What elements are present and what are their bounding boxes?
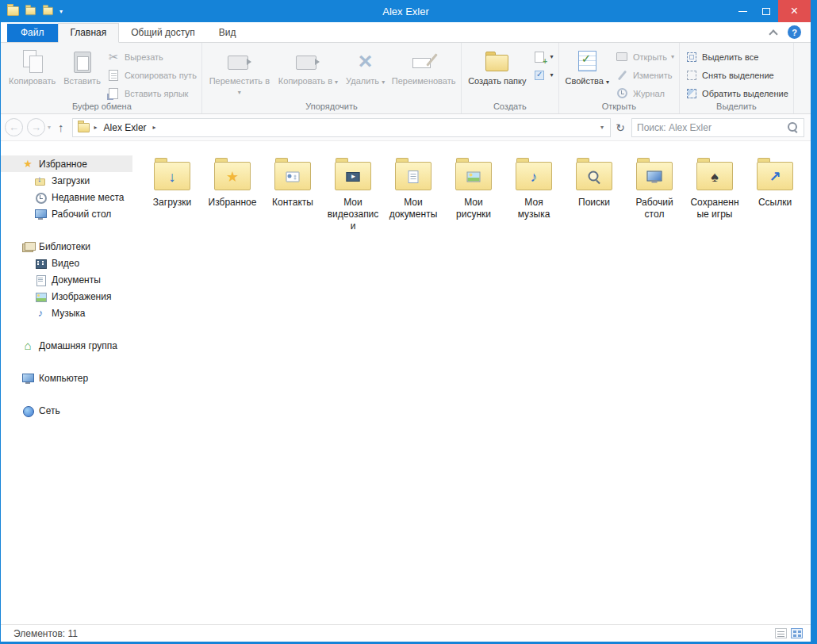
clear-selection-button[interactable]: Снять выделение xyxy=(682,68,777,82)
tab-share[interactable]: Общий доступ xyxy=(119,24,207,42)
list-view-icon xyxy=(775,628,787,638)
folder-item-label: Мои документы xyxy=(387,197,439,220)
folder-item-my-documents[interactable]: Мои документы xyxy=(383,152,443,225)
folder-icon: ↗ xyxy=(757,162,793,190)
breadcrumb-arrow-icon[interactable]: ▸ xyxy=(148,124,161,131)
copy-path-button[interactable]: Скопировать путь xyxy=(105,68,199,82)
folder-item-saved-games[interactable]: ♠ Сохраненные игры xyxy=(685,152,745,225)
back-button[interactable]: ← xyxy=(5,118,23,136)
invert-selection-button[interactable]: Обратить выделение xyxy=(682,86,791,100)
link-arrow-icon: ↗ xyxy=(769,170,781,184)
breadcrumb-segment[interactable]: Alex Exler xyxy=(102,122,148,133)
folder-item-searches[interactable]: Поиски xyxy=(564,152,624,213)
sidebar-item-libraries[interactable]: Библиотеки xyxy=(1,238,132,255)
easy-access-button[interactable]: ✓ ▾ xyxy=(530,68,555,82)
folder-item-desktop[interactable]: Рабочий стол xyxy=(624,152,685,225)
search-box xyxy=(631,118,804,137)
copy-to-button[interactable]: Копировать в ▾ xyxy=(274,44,342,100)
document-icon xyxy=(34,274,47,286)
libraries-icon xyxy=(21,240,34,253)
minimize-button[interactable] xyxy=(731,0,754,22)
help-icon[interactable]: ? xyxy=(788,25,801,39)
address-dropdown-icon[interactable]: ▾ xyxy=(594,124,610,131)
ribbon-group-clipboard: Копировать Вставить ✂ Вырезать Скопирова… xyxy=(2,43,202,113)
select-all-button[interactable]: Выделить все xyxy=(682,50,761,63)
open-button[interactable]: Открыть ▾ xyxy=(613,50,677,63)
tab-file[interactable]: Файл xyxy=(7,24,58,42)
invert-selection-icon xyxy=(687,89,696,98)
folder-item-my-pictures[interactable]: Мои рисунки xyxy=(443,152,504,225)
folder-item-my-videos[interactable]: ► Мои видеозаписи xyxy=(323,152,383,237)
maximize-button[interactable] xyxy=(754,0,778,22)
history-clock-icon xyxy=(617,88,627,98)
delete-button[interactable]: × Удалить ▾ xyxy=(342,44,389,100)
group-label-clipboard: Буфер обмена xyxy=(5,100,199,113)
folder-icon xyxy=(636,162,673,190)
recent-pages-dropdown-icon[interactable]: ▾ xyxy=(48,124,51,131)
new-item-button[interactable]: + ▾ xyxy=(530,50,555,63)
folder-item-contacts[interactable]: Контакты xyxy=(263,152,323,213)
ribbon-group-select: Выделить все Снять выделение Обратить вы… xyxy=(680,43,794,113)
paste-button[interactable]: Вставить xyxy=(59,44,105,100)
breadcrumb[interactable]: ▸ Alex Exler ▸ ▾ xyxy=(72,118,611,137)
tab-home[interactable]: Главная xyxy=(58,23,120,43)
sidebar-item-videos[interactable]: Видео xyxy=(1,255,132,271)
edit-button[interactable]: Изменить xyxy=(613,68,675,82)
close-button[interactable]: × xyxy=(778,0,811,22)
rename-icon xyxy=(412,51,435,71)
cut-button[interactable]: ✂ Вырезать xyxy=(105,50,166,63)
contact-card-icon xyxy=(286,172,300,182)
dropdown-icon: ▾ xyxy=(671,53,674,60)
breadcrumb-arrow-icon[interactable]: ▸ xyxy=(90,124,102,131)
sidebar-item-computer[interactable]: Компьютер xyxy=(1,370,132,386)
move-to-button[interactable]: Переместить в ▾ xyxy=(205,44,274,100)
history-button[interactable]: Журнал xyxy=(613,86,667,100)
globe-icon xyxy=(21,404,34,417)
folder-item-label: Контакты xyxy=(272,197,313,209)
sidebar-item-music[interactable]: ♪ Музыка xyxy=(1,305,132,321)
sidebar-item-documents[interactable]: Документы xyxy=(1,271,132,288)
status-bar: Элементов: 11 xyxy=(1,624,811,642)
thumbnails-view-button[interactable] xyxy=(791,628,803,638)
folder-item-downloads[interactable]: ↓ Загрузки xyxy=(142,152,202,213)
sidebar-item-downloads[interactable]: ↓ Загрузки xyxy=(1,172,132,189)
qat-icon-2[interactable] xyxy=(43,7,53,15)
paste-icon xyxy=(74,50,91,72)
scissors-icon: ✂ xyxy=(107,50,121,63)
copy-icon xyxy=(22,50,43,72)
paste-shortcut-button[interactable]: Вставить ярлык xyxy=(105,86,191,100)
sidebar-item-label: Загрузки xyxy=(52,175,90,186)
open-folder-icon xyxy=(616,52,627,61)
sidebar-item-network[interactable]: Сеть xyxy=(1,402,132,419)
group-label-open: Открыть xyxy=(562,100,677,113)
sidebar-item-favorites[interactable]: ★ Избранное xyxy=(1,155,132,172)
monitor-icon xyxy=(647,171,662,183)
folder-item-label: Избранное xyxy=(209,197,257,209)
refresh-button[interactable]: ↻ xyxy=(611,118,630,137)
tab-view[interactable]: Вид xyxy=(207,24,248,42)
folder-item-favorites[interactable]: ★ Избранное xyxy=(202,152,263,213)
music-note-icon: ♪ xyxy=(34,307,47,320)
rename-button[interactable]: Переименовать xyxy=(389,44,458,100)
qat-icon-1[interactable] xyxy=(25,7,36,15)
folder-item-links[interactable]: ↗ Ссылки xyxy=(745,152,805,213)
qat-dropdown-chevron-icon[interactable]: ▾ xyxy=(59,8,63,15)
folder-item-my-music[interactable]: ♪ Моя музыка xyxy=(504,152,564,225)
up-button[interactable]: ↑ xyxy=(58,121,64,134)
search-input[interactable] xyxy=(637,122,787,133)
sidebar-item-desktop[interactable]: Рабочий стол xyxy=(1,205,132,222)
sidebar-item-homegroup[interactable]: ⌂ Домашняя группа xyxy=(1,337,132,354)
properties-button[interactable]: ✓ Свойства ▾ xyxy=(562,44,613,100)
new-folder-button[interactable]: Создать папку xyxy=(464,44,530,100)
details-view-button[interactable] xyxy=(775,628,787,638)
sidebar-item-recent-places[interactable]: Недавние места xyxy=(1,189,132,205)
sidebar-item-pictures[interactable]: Изображения xyxy=(1,288,132,305)
file-list-area[interactable]: ↓ Загрузки ★ Избранное Контакты ► xyxy=(132,141,811,624)
picture-icon xyxy=(34,290,47,303)
search-magnifier-icon[interactable] xyxy=(787,121,799,133)
forward-button[interactable]: → xyxy=(27,118,45,136)
collapse-ribbon-chevron-icon[interactable] xyxy=(769,29,777,38)
copy-button[interactable]: Копировать xyxy=(5,44,59,100)
download-arrow-icon: ↓ xyxy=(169,170,176,184)
folder-icon xyxy=(274,162,311,190)
